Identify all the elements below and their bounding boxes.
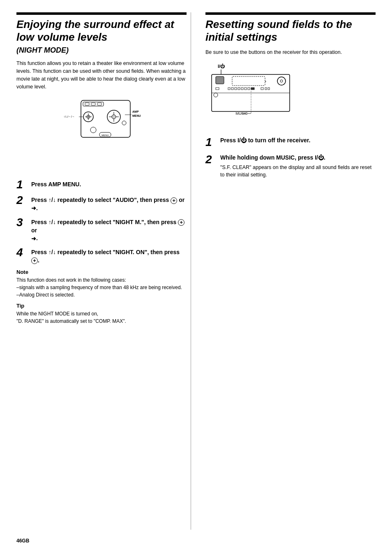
right-step-2-title: While holding down MUSIC, press I/⏻. xyxy=(220,154,376,162)
svg-rect-1 xyxy=(83,102,104,106)
right-step-2: 2 While holding down MUSIC, press I/⏻. "… xyxy=(205,154,376,179)
circle-plus-icon-2: + xyxy=(178,219,184,226)
right-step-1-num: 1 xyxy=(205,137,219,148)
svg-rect-38 xyxy=(251,88,254,90)
svg-rect-36 xyxy=(244,88,247,90)
step-3-text: Press ↑/↓ repeatedly to select "NIGHT M.… xyxy=(31,217,187,243)
arrow-right-icon-2: ➜ xyxy=(31,235,36,243)
right-step-1-title: Press I/⏻ to turn off the receiver. xyxy=(220,137,376,145)
right-step-1: 1 Press I/⏻ to turn off the receiver. xyxy=(205,137,376,148)
tip-section: Tip While the NIGHT MODE is turned on, "… xyxy=(16,303,187,325)
tip-title: Tip xyxy=(16,303,187,309)
step-4-text: Press ↑/↓ repeatedly to select "NIGHT. O… xyxy=(31,247,187,264)
step-1: 1 Press AMP MENU. xyxy=(16,179,187,190)
arrow-right-icon: ➜ xyxy=(31,204,36,213)
svg-rect-40 xyxy=(265,88,267,90)
right-top-bar xyxy=(205,12,376,15)
left-subtitle: (NIGHT MODE) xyxy=(16,46,187,55)
step-2-text: Press ↑/↓ repeatedly to select "AUDIO", … xyxy=(31,195,187,213)
tip-body: While the NIGHT MODE is turned on, "D. R… xyxy=(16,310,187,325)
circle-plus-icon: + xyxy=(171,197,177,204)
note-body: This function does not work in the follo… xyxy=(16,276,187,299)
receiver-diagram: I/⏻ • xyxy=(205,62,296,129)
step-3: 3 Press ↑/↓ repeatedly to select "NIGHT … xyxy=(16,217,187,243)
svg-point-13 xyxy=(90,127,96,133)
svg-point-29 xyxy=(280,80,283,82)
right-step-1-content: Press I/⏻ to turn off the receiver. xyxy=(220,137,376,146)
svg-rect-34 xyxy=(238,88,240,90)
svg-text:↑/↓/←/→: ↑/↓/←/→ xyxy=(64,115,75,118)
svg-rect-33 xyxy=(235,88,237,90)
svg-rect-3 xyxy=(91,103,95,105)
step-2-num: 2 xyxy=(16,195,30,206)
note-section: Note This function does not work in the … xyxy=(16,269,187,299)
step-1-text: Press AMP MENU. xyxy=(31,179,81,189)
left-body: This function allows you to retain a the… xyxy=(16,60,187,90)
svg-text:•: • xyxy=(265,79,266,83)
right-step-2-num: 2 xyxy=(205,154,219,165)
svg-rect-41 xyxy=(268,88,270,90)
right-title: Resetting sound fields to the initial se… xyxy=(205,18,376,44)
svg-rect-4 xyxy=(97,103,101,105)
page-footer: 46GB xyxy=(16,538,376,544)
svg-rect-26 xyxy=(232,76,265,86)
svg-rect-35 xyxy=(241,88,243,90)
svg-text:I/⏻: I/⏻ xyxy=(218,63,225,69)
svg-point-14 xyxy=(122,121,126,125)
circle-plus-icon-3: + xyxy=(31,257,38,264)
svg-text:MENU: MENU xyxy=(132,114,141,117)
step-1-num: 1 xyxy=(16,179,30,190)
step-4-num: 4 xyxy=(16,247,30,258)
note-title: Note xyxy=(16,269,187,275)
svg-rect-2 xyxy=(85,103,89,105)
svg-point-42 xyxy=(214,93,218,97)
svg-text:AMP: AMP xyxy=(132,110,139,113)
svg-rect-37 xyxy=(248,88,250,90)
svg-text:MENU: MENU xyxy=(101,134,109,137)
svg-rect-31 xyxy=(228,88,230,90)
right-intro: Be sure to use the buttons on the receiv… xyxy=(205,49,376,56)
right-step-2-body: "S.F. CLEAR" appears on the display and … xyxy=(220,164,376,179)
step-3-num: 3 xyxy=(16,217,30,228)
svg-point-28 xyxy=(277,77,286,85)
left-column: Enjoying the surround effect at low volu… xyxy=(16,12,191,530)
left-title: Enjoying the surround effect at low volu… xyxy=(16,18,187,44)
svg-rect-30 xyxy=(216,88,219,90)
step-2: 2 Press ↑/↓ repeatedly to select "AUDIO"… xyxy=(16,195,187,213)
right-column: Resetting sound fields to the initial se… xyxy=(203,12,376,530)
right-step-2-content: While holding down MUSIC, press I/⏻. "S.… xyxy=(220,154,376,179)
page-number: 46GB xyxy=(16,538,29,544)
svg-point-12 xyxy=(112,115,116,119)
page: Enjoying the surround effect at low volu… xyxy=(0,0,392,556)
remote-diagram: MENU AMP MENU ↑/↓/←/→ xyxy=(60,96,143,171)
step-4: 4 Press ↑/↓ repeatedly to select "NIGHT.… xyxy=(16,247,187,264)
svg-rect-25 xyxy=(216,76,224,84)
left-top-bar xyxy=(16,12,187,15)
svg-rect-39 xyxy=(261,88,263,90)
svg-rect-32 xyxy=(231,88,233,90)
